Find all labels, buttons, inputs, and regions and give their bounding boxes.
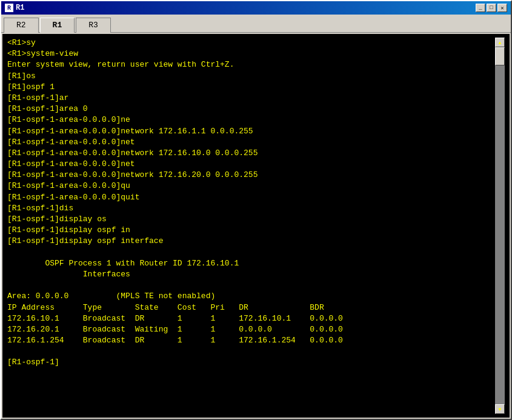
main-window: R R1 _ □ ✕ R2 R1 R3 <R1>sy <R1>system-vi… — [0, 0, 512, 420]
title-buttons: _ □ ✕ — [476, 4, 507, 12]
terminal[interactable]: <R1>sy <R1>system-view Enter system view… — [2, 34, 510, 418]
title-bar: R R1 _ □ ✕ — [1, 1, 511, 15]
tab-R3[interactable]: R3 — [76, 18, 111, 33]
scroll-track[interactable] — [495, 47, 505, 404]
tab-content: <R1>sy <R1>system-view Enter system view… — [1, 32, 511, 419]
terminal-output: <R1>sy <R1>system-view Enter system view… — [7, 38, 495, 414]
tab-R1[interactable]: R1 — [40, 18, 75, 33]
title-bar-left: R R1 — [5, 4, 24, 12]
scrollbar[interactable]: ▲ ▼ — [495, 38, 505, 414]
tab-bar: R2 R1 R3 — [1, 15, 511, 32]
scroll-thumb[interactable] — [495, 47, 505, 65]
maximize-button[interactable]: □ — [487, 4, 496, 12]
close-button[interactable]: ✕ — [497, 4, 507, 12]
window-title: R1 — [16, 4, 24, 12]
scroll-up-button[interactable]: ▲ — [495, 38, 505, 47]
tab-R2[interactable]: R2 — [4, 18, 39, 33]
window-icon: R — [5, 4, 13, 12]
minimize-button[interactable]: _ — [476, 4, 485, 12]
scroll-down-button[interactable]: ▼ — [495, 404, 505, 414]
